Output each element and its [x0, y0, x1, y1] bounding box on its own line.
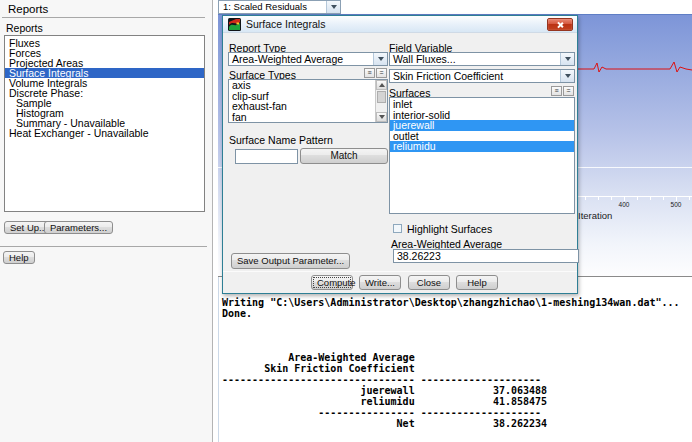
write-button[interactable]: Write... — [359, 275, 401, 290]
chevron-down-icon — [378, 57, 384, 61]
fluent-app-icon — [228, 18, 241, 31]
surface-types-listbox[interactable]: axis clip-surf exhaust-fan fan — [228, 79, 388, 123]
close-dialog-button[interactable]: Close — [408, 275, 450, 290]
save-output-parameter-button[interactable]: Save Output Parameter... — [231, 253, 350, 269]
console-output[interactable]: Writing "C:\Users\Administrator\Desktop\… — [222, 297, 680, 429]
list-equals-icon[interactable]: = — [376, 68, 387, 78]
scroll-thumb[interactable] — [377, 91, 386, 103]
scrollbar[interactable] — [375, 80, 387, 122]
panel-title: Reports — [8, 3, 48, 15]
list-item-selected[interactable]: juerewall — [390, 120, 574, 131]
list-item[interactable]: axis — [229, 80, 374, 91]
console-border — [218, 277, 219, 442]
fluent-main-window: Reports Reports Fluxes Forces Projected … — [0, 0, 692, 442]
field-variable-dropdown[interactable]: Wall Fluxes... — [389, 52, 575, 66]
field-variable-sub-value: Skin Friction Coefficient — [393, 70, 503, 82]
scroll-down-button[interactable] — [376, 112, 387, 122]
field-variable-sub-dropdown[interactable]: Skin Friction Coefficient — [389, 69, 575, 83]
dropdown-arrow-zone[interactable] — [560, 70, 574, 82]
close-button[interactable] — [547, 18, 573, 31]
list-lines-icon[interactable]: ≡ — [551, 86, 562, 96]
list-item[interactable]: inlet — [390, 99, 574, 110]
dropdown-arrow-zone[interactable] — [560, 53, 574, 65]
dialog-titlebar[interactable]: Surface Integrals — [223, 16, 577, 33]
result-field[interactable]: 38.26223 — [393, 249, 579, 263]
chevron-down-icon — [565, 57, 571, 61]
scroll-up-icon — [379, 83, 385, 87]
list-lines-icon[interactable]: ≡ — [364, 68, 375, 78]
close-icon — [557, 21, 564, 28]
chevron-down-icon — [565, 74, 571, 78]
highlight-surfaces-checkbox[interactable] — [393, 224, 402, 233]
help-button[interactable]: Help — [3, 251, 35, 264]
reports-listbox[interactable]: Fluxes Forces Projected Areas Surface In… — [4, 35, 205, 212]
report-type-value: Area-Weighted Average — [232, 53, 343, 65]
report-type-dropdown[interactable]: Area-Weighted Average — [228, 52, 388, 66]
list-item[interactable]: Heat Exchanger - Unavailable — [5, 128, 204, 138]
surface-name-pattern-label: Surface Name Pattern — [229, 134, 333, 146]
parameters-button[interactable]: Parameters... — [44, 221, 113, 234]
list-item-selected[interactable]: reliumidu — [390, 141, 574, 152]
match-button[interactable]: Match — [300, 148, 388, 164]
dropdown-arrow-zone[interactable] — [373, 53, 387, 65]
chevron-down-icon — [331, 5, 337, 9]
plot-selector-value: 1: Scaled Residuals — [223, 1, 307, 12]
divider — [2, 17, 205, 18]
list-equals-icon[interactable]: = — [563, 86, 574, 96]
field-variable-value: Wall Fluxes... — [393, 53, 456, 65]
dialog-help-button[interactable]: Help — [456, 275, 498, 290]
reports-panel: Reports Reports Fluxes Forces Projected … — [0, 0, 213, 442]
highlight-surfaces-label: Highlight Surfaces — [407, 223, 492, 235]
list-item[interactable]: fan — [229, 112, 374, 123]
list-item[interactable]: exhaust-fan — [229, 101, 374, 112]
divider — [0, 246, 207, 247]
plot-selector-dropdown[interactable]: 1: Scaled Residuals — [218, 0, 341, 14]
surface-name-pattern-input[interactable] — [235, 149, 298, 164]
scroll-up-button[interactable] — [376, 80, 387, 90]
scroll-down-icon — [379, 115, 385, 119]
dialog-title: Surface Integrals — [246, 18, 325, 30]
surface-integrals-dialog: Surface Integrals Report Type Field Vari… — [222, 15, 578, 294]
compute-button[interactable]: Compute — [311, 275, 353, 290]
panel-splitter[interactable] — [212, 0, 213, 442]
surfaces-listbox[interactable]: inlet interior-solid juerewall outlet re… — [389, 97, 575, 214]
dropdown-arrow-zone[interactable] — [326, 1, 340, 13]
divider — [223, 271, 577, 272]
reports-section-label: Reports — [6, 22, 43, 34]
